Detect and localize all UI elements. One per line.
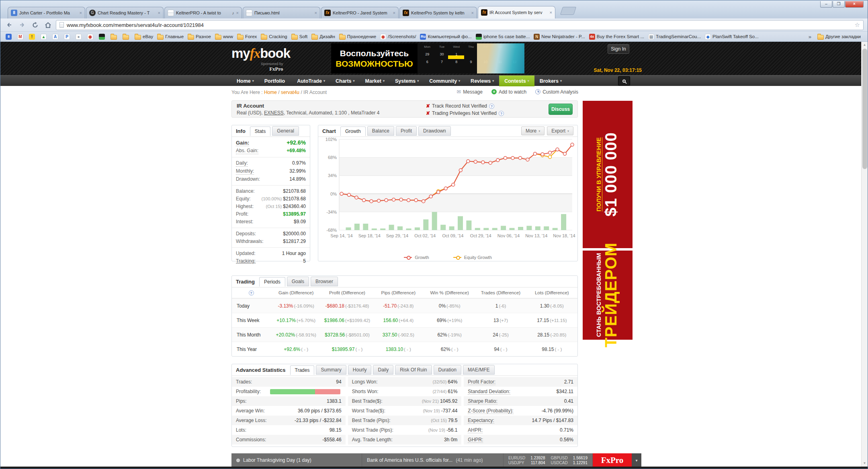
ticker-news-item[interactable]: Bank of America hires U.S. officials for… bbox=[362, 453, 504, 467]
minimize-button[interactable]: – bbox=[820, 1, 832, 8]
tab-close-icon[interactable]: × bbox=[393, 11, 395, 15]
chart-tab[interactable]: Profit bbox=[396, 126, 417, 136]
bookmark-item[interactable]: 8 bbox=[4, 33, 15, 41]
address-bar[interactable]: www.myfxbook.com/members/servat4u/ir-acc… bbox=[56, 20, 864, 30]
bookmark-item[interactable]: ▲ bbox=[39, 33, 50, 41]
bookmark-item[interactable]: M bbox=[15, 33, 27, 41]
trading-tab[interactable]: Periods bbox=[259, 277, 285, 287]
reload-button[interactable] bbox=[30, 20, 40, 30]
nav-item[interactable]: Brokers ▾ bbox=[534, 75, 567, 86]
forward-button[interactable] bbox=[17, 20, 27, 30]
banner-ad-top[interactable]: Воспользуйтесь ВОЗМОЖНОСТЬЮ MonTueWedThu… bbox=[331, 43, 524, 73]
close-window-button[interactable]: × bbox=[845, 1, 864, 8]
breadcrumb-home-link[interactable]: Home bbox=[264, 90, 277, 95]
quote-pair[interactable]: USDJPY 117.804 bbox=[508, 461, 545, 465]
bookmark-item[interactable]: Forex bbox=[235, 33, 259, 41]
fxpro-logo[interactable]: FxPro bbox=[593, 453, 632, 467]
page-scrollbar[interactable]: ▲ ▼ bbox=[861, 42, 868, 467]
bookmark-item[interactable]: ◉ /Screenshots/ bbox=[378, 33, 418, 41]
ticker-calendar-item[interactable]: Labor Thanksgiving Day (1 day) bbox=[231, 453, 362, 467]
bookmark-item[interactable]: Дизайн bbox=[309, 33, 337, 41]
tab-close-icon[interactable]: × bbox=[471, 11, 474, 15]
legend-equity-growth[interactable]: Equity Growth bbox=[453, 255, 492, 260]
bookmark-item[interactable]: ● bbox=[74, 33, 85, 41]
bookmark-item[interactable]: www bbox=[213, 33, 235, 41]
quote-pair[interactable]: GBPUSD 1.56619 bbox=[551, 456, 588, 460]
side-banner-bottom[interactable]: СТАНЬ ВОСТРЕБОВАННЫМ ТРЕЙДЕРОМ bbox=[583, 251, 633, 340]
help-icon[interactable]: ? bbox=[249, 290, 254, 296]
bookmark-item[interactable] bbox=[108, 33, 121, 41]
advanced-tab[interactable]: MAE/MFE bbox=[463, 365, 495, 375]
bookmark-item[interactable]: ▤ TradingSeminarCou... bbox=[646, 33, 703, 41]
growth-chart[interactable]: 102%68%34%0%-34%-68%Sep 14, '14Sep 18, '… bbox=[318, 137, 577, 251]
chart-tab[interactable]: Growth bbox=[340, 126, 366, 136]
bookmark-item[interactable]: A bbox=[50, 33, 62, 41]
scrollbar-thumb[interactable] bbox=[862, 49, 867, 169]
nav-item[interactable]: Community ▾ bbox=[424, 75, 465, 86]
back-button[interactable] bbox=[4, 20, 14, 30]
legend-growth[interactable]: Growth bbox=[404, 255, 429, 260]
bookmark-item[interactable]: Праноедение bbox=[337, 33, 378, 41]
export-button[interactable]: Export▾ bbox=[547, 126, 573, 135]
bookmark-item[interactable]: ◆ PlanSwift Takeoff So... bbox=[703, 33, 761, 41]
advanced-tab[interactable]: Summary bbox=[316, 365, 346, 375]
sign-in-button[interactable]: Sign In bbox=[608, 44, 629, 54]
browser-tab[interactable]: fx KeltnerPro System by keltn × bbox=[399, 7, 477, 18]
nav-item[interactable]: Reviews ▾ bbox=[465, 75, 499, 86]
custom-analysis-button[interactable]: Custom Analysis bbox=[535, 89, 578, 95]
bookmark-item[interactable]: N New Ninjatrader - P... bbox=[532, 33, 587, 41]
ticker-collapse-chevron[interactable]: ▾ bbox=[632, 453, 641, 467]
search-button[interactable] bbox=[618, 76, 630, 86]
url-text[interactable]: www.myfxbook.com/members/servat4u/ir-acc… bbox=[67, 22, 852, 28]
nav-item[interactable]: AutoTrade ▾ bbox=[292, 75, 330, 86]
trading-tab[interactable]: Goals bbox=[287, 277, 309, 286]
sponsor-fxpro[interactable]: FxPro bbox=[269, 66, 283, 72]
advanced-tab[interactable]: Trades bbox=[290, 365, 315, 375]
bookmark-item[interactable]: Главные bbox=[155, 33, 186, 41]
maximize-button[interactable]: ❐ bbox=[833, 1, 845, 8]
myfxbook-logo[interactable]: myfxbook bbox=[231, 46, 290, 61]
home-button[interactable] bbox=[43, 20, 53, 30]
bookmark-item[interactable]: P bbox=[62, 33, 74, 41]
bookmark-item[interactable]: Soft bbox=[289, 33, 309, 41]
advanced-tab[interactable]: Hourly bbox=[348, 365, 372, 375]
help-icon[interactable]: ? bbox=[489, 104, 494, 109]
discuss-button[interactable]: Discuss bbox=[549, 104, 573, 115]
bookmark-item[interactable] bbox=[97, 33, 108, 41]
bookmark-star-icon[interactable]: ☆ bbox=[855, 21, 860, 29]
bookmark-item[interactable]: ◉ bbox=[85, 33, 97, 41]
browser-tab[interactable]: fx KeltnerPRO - Jared System × bbox=[321, 7, 399, 18]
bookmark-item[interactable]: Cracking bbox=[259, 33, 289, 41]
trading-tab[interactable]: Browser bbox=[311, 277, 338, 286]
browser-tab[interactable]: fx IR Account System by serv × bbox=[478, 6, 555, 18]
new-tab-button[interactable] bbox=[560, 7, 576, 15]
browser-tab[interactable]: Письмо.html × bbox=[243, 7, 320, 18]
quote-pair[interactable]: EURUSD 1.23928 bbox=[508, 456, 545, 460]
breadcrumb-user-link[interactable]: servat4u bbox=[281, 90, 299, 95]
bookmark-item[interactable]: iphone 5s case batte... bbox=[474, 33, 532, 41]
bookmarks-overflow-icon[interactable]: » bbox=[809, 34, 811, 40]
tab-close-icon[interactable]: × bbox=[550, 10, 552, 15]
advanced-tab[interactable]: Duration bbox=[434, 365, 461, 375]
info-tab[interactable]: Stats bbox=[250, 126, 270, 136]
bookmark-item[interactable]: ! bbox=[27, 33, 39, 41]
tab-close-icon[interactable]: × bbox=[158, 11, 160, 15]
quote-pair[interactable]: USDCAD 1.12291 bbox=[551, 461, 588, 465]
browser-tab[interactable]: 8 John Carter - Portfolio Ma × bbox=[8, 7, 85, 18]
tab-close-icon[interactable]: × bbox=[236, 11, 239, 15]
bookmark-item[interactable] bbox=[121, 33, 133, 41]
add-to-watch-button[interactable]: +Add to watch bbox=[491, 89, 526, 95]
chart-tab[interactable]: Drawdown bbox=[418, 126, 451, 136]
help-icon[interactable]: ? bbox=[499, 111, 504, 116]
nav-item[interactable]: Market ▾ bbox=[360, 75, 390, 86]
tab-close-icon[interactable]: × bbox=[315, 11, 317, 15]
browser-tab[interactable]: KeltnerPRO - A twist to ♪ × bbox=[164, 7, 242, 18]
broker-link[interactable]: EXNESS bbox=[264, 110, 284, 116]
side-banner-top[interactable]: ПОЛУЧИ В УПРАВЛЕНИЕ $1 000 000 bbox=[583, 101, 633, 248]
nav-item[interactable]: Charts ▾ bbox=[330, 75, 360, 86]
nav-item[interactable]: Contests ▾ bbox=[499, 75, 534, 86]
advanced-tab[interactable]: Daily bbox=[373, 365, 393, 375]
nav-item[interactable]: Home ▾ bbox=[231, 75, 259, 86]
scroll-down-icon[interactable]: ▼ bbox=[862, 460, 868, 467]
nav-item[interactable]: Systems ▾ bbox=[390, 75, 424, 86]
